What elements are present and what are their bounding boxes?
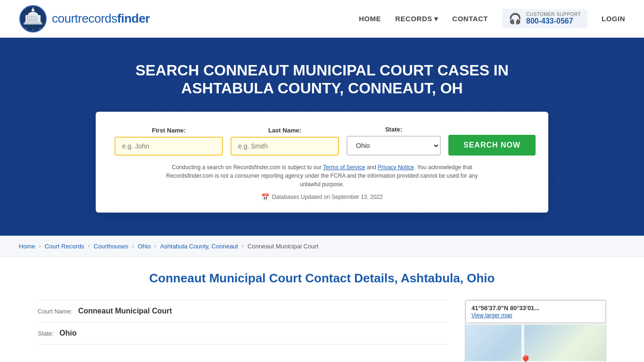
court-name-row: Court Name: Conneaut Municipal Court [38,300,446,322]
state-label: State: [347,126,441,133]
last-name-label: Last Name: [231,127,339,134]
state-row-value: Ohio [59,329,76,337]
breadcrumb-sep-1: › [39,243,41,249]
svg-point-15 [40,28,41,29]
db-update: 📅 Databases Updated on September 13, 202… [115,193,529,201]
main-content: Conneaut Municipal Court Contact Details… [0,257,644,362]
privacy-link[interactable]: Privacy Notice [378,164,414,171]
map-coords: 41°56'37.0"N 80°33'01... [471,304,600,312]
first-name-input[interactable] [115,137,223,156]
svg-point-14 [33,29,33,30]
court-name-value: Conneaut Municipal Court [78,307,172,315]
breadcrumb-sep-3: › [132,243,134,249]
first-name-group: First Name: [115,127,223,156]
last-name-group: Last Name: [231,127,339,156]
nav-records[interactable]: RECORDS ▾ [395,15,438,23]
main-nav: HOME RECORDS ▾ CONTACT 🎧 CUSTOMER SUPPOR… [359,9,625,28]
svg-rect-10 [36,16,37,22]
support-number[interactable]: 800-433-0567 [526,17,581,25]
disclaimer-text: Conducting a search on Recordsfinder.com… [157,163,487,189]
search-button[interactable]: SEARCH NOW [448,135,536,156]
breadcrumb-sep-2: › [88,243,90,249]
logo[interactable]: courtrecordsfinder [19,5,150,33]
calendar-icon: 📅 [261,193,269,201]
hero-section: SEARCH CONNEAUT MUNICIPAL COURT CASES IN… [0,38,644,236]
breadcrumb-item-ohio[interactable]: Ohio [138,242,150,250]
nav-contact[interactable]: CONTACT [452,15,488,23]
nav-home[interactable]: HOME [359,15,381,23]
state-group: State: Ohio Alabama Alaska Arizona Calif… [347,126,441,156]
site-header: courtrecordsfinder HOME RECORDS ▾ CONTAC… [0,0,644,38]
map-box: 41°56'37.0"N 80°33'01... View larger map… [465,300,606,362]
breadcrumb-item-ashtabula[interactable]: Ashtabula County, Conneaut [160,242,238,250]
breadcrumb-item-current: Conneaut Municipal Court [248,242,318,250]
nav-login[interactable]: LOGIN [602,15,625,23]
support-label: CUSTOMER SUPPORT [526,12,581,17]
court-name-label: Court Name: [38,308,73,315]
svg-rect-11 [25,22,41,23]
records-dropdown-icon: ▾ [434,15,438,23]
state-row-label: State: [38,330,54,337]
breadcrumb-sep-5: › [242,243,244,249]
svg-rect-5 [27,16,28,22]
svg-rect-9 [34,16,35,22]
view-larger-map-link[interactable]: View larger map [471,312,512,319]
search-card: First Name: Last Name: State: Ohio Alaba… [96,112,548,213]
map-image[interactable]: 📍 Park F [465,325,606,362]
breadcrumb-item-home[interactable]: Home [19,242,35,250]
map-pin-icon: 📍 [519,355,533,362]
details-map-row: Court Name: Conneaut Municipal Court Sta… [38,300,606,362]
terms-link[interactable]: Terms of Service [323,164,365,171]
svg-rect-3 [33,8,33,10]
breadcrumb-item-court-records[interactable]: Court Records [45,242,84,250]
state-select[interactable]: Ohio Alabama Alaska Arizona California F… [347,136,441,156]
search-fields: First Name: Last Name: State: Ohio Alaba… [115,126,529,156]
svg-rect-8 [33,16,33,22]
svg-rect-12 [24,23,42,25]
svg-rect-6 [29,16,30,22]
state-row: State: Ohio [38,322,446,345]
first-name-label: First Name: [115,127,223,134]
logo-icon [19,5,47,33]
svg-point-13 [25,28,26,29]
breadcrumb-sep-4: › [155,243,157,249]
section-title: Conneaut Municipal Court Contact Details… [38,271,606,286]
map-callout: 41°56'37.0"N 80°33'01... View larger map [465,300,606,323]
logo-text: courtrecordsfinder [52,11,150,26]
headset-icon: 🎧 [509,13,521,25]
breadcrumb: Home › Court Records › Courthouses › Ohi… [0,236,644,257]
breadcrumb-item-courthouses[interactable]: Courthouses [94,242,129,250]
support-box: 🎧 CUSTOMER SUPPORT 800-433-0567 [502,9,587,28]
last-name-input[interactable] [231,137,339,156]
details-table: Court Name: Conneaut Municipal Court Sta… [38,300,446,345]
hero-title: SEARCH CONNEAUT MUNICIPAL COURT CASES IN… [110,61,534,98]
svg-rect-7 [31,16,32,22]
